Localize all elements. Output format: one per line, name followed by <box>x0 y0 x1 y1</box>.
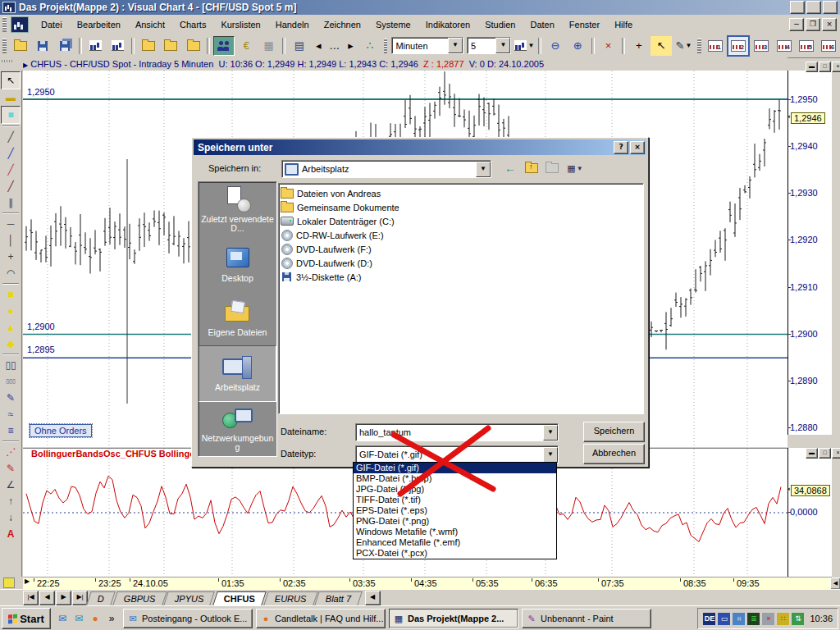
cursor-note-icon[interactable]: ↖ <box>651 36 671 56</box>
filetype-option[interactable]: GIF-Datei (*.gif) <box>354 463 556 473</box>
time-scale-icon[interactable] <box>3 578 15 588</box>
file-item[interactable]: 3½-Diskette (A:) <box>281 270 641 284</box>
save-icon[interactable] <box>32 36 52 56</box>
trendline-blue-tool-icon[interactable]: ╱ <box>2 145 20 162</box>
tray-language-indicator[interactable]: DE <box>703 613 715 625</box>
chart-template-4-icon[interactable]: 4 <box>774 36 794 56</box>
channel-3-tool-icon[interactable]: ▯▯▯ <box>2 373 20 390</box>
menu-charts[interactable]: Charts <box>172 17 213 32</box>
tab-nav-button-3[interactable]: ▶| <box>72 591 88 605</box>
scroll-range-icon[interactable]: … <box>327 36 342 56</box>
edit-chart-folder-icon[interactable] <box>161 36 181 56</box>
tray-sync-icon[interactable]: ⇅ <box>792 613 804 625</box>
tray-network-icon[interactable]: ⌗ <box>733 613 745 625</box>
sheet-tab-gbpus[interactable]: GBPUS <box>112 591 167 605</box>
currency-key-icon[interactable]: € <box>236 36 257 56</box>
menu-indikatoren[interactable]: Indikatoren <box>418 17 477 32</box>
chart-statistics-icon[interactable] <box>85 36 106 56</box>
text-tool-icon[interactable]: A <box>2 526 20 542</box>
restore-button[interactable] <box>806 1 821 14</box>
tray-network-error-icon[interactable]: × <box>762 613 774 625</box>
scroll-prev-icon[interactable]: ◂ <box>312 36 326 56</box>
menu-datei[interactable]: Datei <box>34 17 70 32</box>
back-icon[interactable]: ← <box>501 160 519 176</box>
new-folder-icon[interactable] <box>543 160 561 176</box>
tray-mixer-icon[interactable]: ≣ <box>747 613 760 625</box>
freehand-tool-icon[interactable]: ✎ <box>2 390 20 406</box>
tray-updates-icon[interactable]: ∷ <box>777 613 789 625</box>
sheet-tab-d[interactable]: D <box>86 591 115 605</box>
orders-status-label[interactable]: Ohne Orders <box>30 424 92 437</box>
task-button[interactable]: ▦Das Projekt(Mappe 2... <box>389 609 518 628</box>
chart-template-2-icon[interactable]: 2 <box>727 35 749 57</box>
tab-nav-button-0[interactable]: |◀ <box>23 591 39 605</box>
dialog-close-button[interactable]: × <box>630 141 645 154</box>
cancel-button[interactable]: Abbrechen <box>583 444 645 464</box>
menu-kurslisten[interactable]: Kurslisten <box>213 17 267 32</box>
object-tree-icon[interactable]: ∴ <box>359 36 380 56</box>
market-building-icon[interactable]: ▦ <box>258 36 279 56</box>
period-combo[interactable]: Minuten▼ <box>391 37 463 54</box>
quicklaunch-outlook-icon[interactable]: ✉ <box>56 612 69 625</box>
quicklaunch-mail-icon[interactable]: ✉ <box>72 612 85 625</box>
task-button[interactable]: ●Candletalk | FAQ und Hilf... <box>256 609 386 628</box>
menu-systeme[interactable]: Systeme <box>368 17 418 32</box>
interval-combo-arrow[interactable]: ▼ <box>495 38 510 53</box>
menu-handeln[interactable]: Handeln <box>268 17 317 32</box>
views-icon[interactable]: ▦▼ <box>563 160 587 176</box>
zoom-region-tool-icon[interactable]: ■ <box>1 106 21 124</box>
horizontal-line-tool-icon[interactable]: ─ <box>2 216 20 232</box>
pen-icon[interactable]: ✎▼ <box>673 36 694 56</box>
trendline-red-tool-icon[interactable]: ╱ <box>2 162 20 178</box>
menu-ansicht[interactable]: Ansicht <box>128 17 172 32</box>
filetype-option[interactable]: Windows Metafile (*.wmf) <box>354 527 556 537</box>
chart-template-6-icon[interactable]: 6 <box>819 36 839 56</box>
vertical-line-tool-icon[interactable]: │ <box>2 232 20 249</box>
trendline-tool-icon[interactable]: ╱ <box>2 129 20 145</box>
time-scroll-left-button[interactable]: ◀ <box>830 578 840 590</box>
note-tool-icon[interactable]: ≡ <box>2 422 20 439</box>
measure-tool-icon[interactable]: ▬ <box>2 89 20 106</box>
place-network[interactable]: Netzwerkumgebung <box>199 402 276 456</box>
interval-combo[interactable]: 5▼ <box>467 37 511 54</box>
filename-value[interactable]: hallo_tantum <box>356 427 543 437</box>
place-desktop[interactable]: Desktop <box>199 236 276 290</box>
dialog-title-bar[interactable]: Speichern unter ? × <box>194 139 646 155</box>
trendline-dark-tool-icon[interactable]: ╱ <box>2 178 20 194</box>
pointer-tool-icon[interactable]: ↖ <box>1 71 21 89</box>
pane-minimize-button[interactable]: ▬ <box>806 62 818 72</box>
task-button[interactable]: ✉Posteingang - Outlook E... <box>123 609 253 628</box>
sheet-tab-jpyus[interactable]: JPYUS <box>164 591 216 605</box>
expand-up-tool-icon[interactable]: ↑ <box>2 493 20 509</box>
rectangle-tool-icon[interactable]: ■ <box>2 286 20 303</box>
angle-tool-icon[interactable]: ∠ <box>2 477 20 493</box>
chart-template-3-icon[interactable]: 3 <box>751 36 772 56</box>
save-in-combo[interactable]: Arbeitsplatz ▼ <box>281 160 491 178</box>
quicklaunch-firefox-icon[interactable]: ● <box>89 612 102 625</box>
menu-daten[interactable]: Daten <box>523 17 561 32</box>
cross-line-tool-icon[interactable]: + <box>2 249 20 265</box>
quicklaunch-overflow-icon[interactable]: » <box>105 612 118 625</box>
filetype-option[interactable]: TIFF-Datei (*.tif) <box>354 495 556 505</box>
chart-template-1-icon[interactable]: 1 <box>705 36 725 56</box>
chart-import-icon[interactable] <box>107 36 128 56</box>
menu-bearbeiten[interactable]: Bearbeiten <box>70 17 128 32</box>
compression-icon[interactable]: ▼ <box>514 36 535 56</box>
place-my-documents[interactable]: Eigene Dateien <box>199 291 276 345</box>
mdi-minimize-button[interactable]: − <box>789 18 804 31</box>
tray-display-icon[interactable]: ▭ <box>718 613 730 625</box>
save-button[interactable]: Speichern <box>583 422 645 442</box>
contacts-icon[interactable] <box>213 36 234 56</box>
close-button[interactable] <box>823 1 838 14</box>
filetype-combo[interactable]: GIF-Datei (*.gif) ▼ <box>355 445 559 463</box>
delete-bars-icon[interactable]: × <box>598 36 619 56</box>
filetype-option[interactable]: EPS-Datei (*.eps) <box>354 505 556 516</box>
filename-dropdown-arrow[interactable]: ▼ <box>543 425 558 441</box>
expand-down-tool-icon[interactable]: ↓ <box>2 509 20 526</box>
menu-fenster[interactable]: Fenster <box>562 17 607 32</box>
tab-nav-button-1[interactable]: ◀ <box>39 591 55 605</box>
place-recent-documents[interactable]: Zuletzt verwendete D... <box>199 182 276 236</box>
file-item[interactable]: DVD-Laufwerk (D:) <box>281 256 641 270</box>
filetype-option[interactable]: PNG-Datei (*.png) <box>354 516 556 527</box>
diamond-tool-icon[interactable]: ◆ <box>2 336 20 352</box>
